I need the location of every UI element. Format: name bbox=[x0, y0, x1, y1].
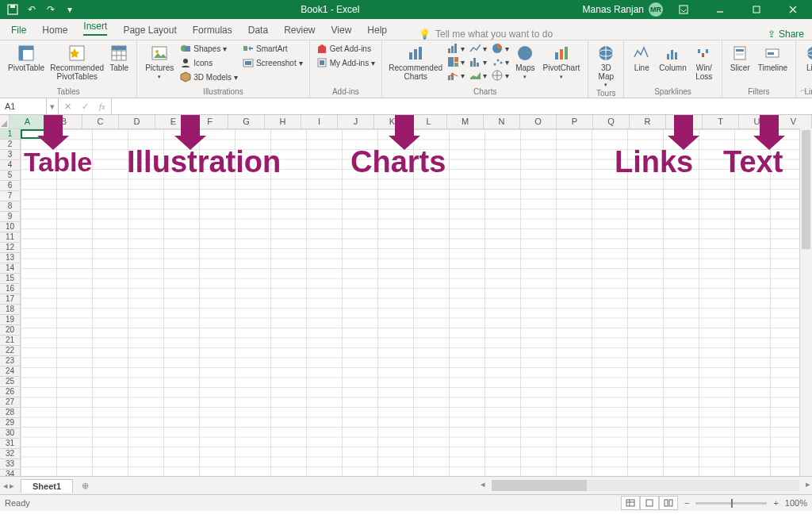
row-header[interactable]: 21 bbox=[0, 336, 20, 346]
tell-me-search[interactable]: 💡 Tell me what you want to do bbox=[419, 29, 553, 40]
tab-insert[interactable]: Insert bbox=[75, 17, 115, 40]
vertical-scrollbar[interactable] bbox=[799, 129, 812, 476]
row-header[interactable]: 18 bbox=[0, 305, 20, 315]
page-break-view-button[interactable] bbox=[659, 496, 678, 510]
my-addins-button[interactable]: My Add-ins ▾ bbox=[315, 56, 377, 69]
enter-formula-icon[interactable]: ✓ bbox=[76, 102, 94, 112]
column-chart-button[interactable]: ▾ bbox=[446, 42, 466, 55]
row-header[interactable]: 2 bbox=[0, 140, 20, 150]
column-header[interactable]: J bbox=[338, 115, 374, 129]
row-header[interactable]: 27 bbox=[0, 397, 20, 408]
recommended-pivottables-button[interactable]: Recommended PivotTables bbox=[49, 42, 105, 82]
sparkline-line-button[interactable]: Line bbox=[629, 42, 654, 75]
column-header[interactable]: I bbox=[301, 115, 338, 129]
row-header[interactable]: 1 bbox=[0, 129, 20, 140]
shapes-button[interactable]: Shapes ▾ bbox=[178, 42, 239, 55]
3d-map-button[interactable]: 3D Map▾ bbox=[593, 42, 619, 89]
pivottable-button[interactable]: PivotTable bbox=[5, 42, 48, 75]
zoom-slider[interactable] bbox=[695, 502, 767, 505]
tab-formulas[interactable]: Formulas bbox=[185, 21, 240, 40]
row-header[interactable]: 5 bbox=[0, 171, 20, 181]
zoom-in-icon[interactable]: + bbox=[773, 498, 778, 508]
timeline-button[interactable]: Timeline bbox=[755, 42, 791, 75]
row-header[interactable]: 34 bbox=[0, 470, 20, 476]
row-header[interactable]: 14 bbox=[0, 263, 20, 274]
minimize-icon[interactable] bbox=[704, 0, 736, 19]
row-header[interactable]: 11 bbox=[0, 232, 20, 243]
row-header[interactable]: 23 bbox=[0, 356, 20, 366]
maximize-icon[interactable] bbox=[741, 0, 772, 19]
row-header[interactable]: 25 bbox=[0, 377, 20, 387]
column-header[interactable]: L bbox=[411, 115, 447, 129]
user-avatar[interactable]: MR bbox=[649, 2, 663, 17]
column-header[interactable]: D bbox=[119, 115, 155, 129]
row-header[interactable]: 20 bbox=[0, 325, 20, 336]
scroll-left-icon[interactable]: ◂ bbox=[481, 479, 485, 489]
row-header[interactable]: 10 bbox=[0, 222, 20, 232]
column-header[interactable]: C bbox=[82, 115, 119, 129]
row-header[interactable]: 26 bbox=[0, 387, 20, 397]
redo-icon[interactable]: ↷ bbox=[43, 2, 59, 17]
row-header[interactable]: 9 bbox=[0, 212, 20, 222]
smartart-button[interactable]: SmartArt bbox=[241, 42, 304, 55]
column-header[interactable]: R bbox=[630, 115, 666, 129]
row-header[interactable]: 6 bbox=[0, 181, 20, 191]
get-addins-button[interactable]: Get Add-ins bbox=[315, 42, 377, 55]
tab-help[interactable]: Help bbox=[359, 21, 395, 40]
share-button[interactable]: ⇪ Share bbox=[768, 29, 804, 40]
fx-icon[interactable]: fx bbox=[94, 102, 111, 111]
page-layout-view-button[interactable] bbox=[640, 496, 659, 510]
scatter-chart-button[interactable]: ▾ bbox=[490, 56, 511, 68]
column-header[interactable]: Q bbox=[593, 115, 630, 129]
combo-chart-button[interactable]: ▾ bbox=[446, 69, 466, 82]
row-header[interactable]: 22 bbox=[0, 346, 20, 356]
row-header[interactable]: 17 bbox=[0, 294, 20, 305]
ribbon-options-icon[interactable] bbox=[668, 0, 699, 19]
row-header[interactable]: 8 bbox=[0, 201, 20, 212]
prev-sheet-icon[interactable]: ◂ bbox=[3, 481, 8, 491]
normal-view-button[interactable] bbox=[621, 496, 640, 510]
pie-chart-button[interactable]: ▾ bbox=[490, 42, 511, 55]
zoom-out-icon[interactable]: − bbox=[684, 498, 689, 508]
pivotchart-button[interactable]: PivotChart▾ bbox=[540, 42, 584, 81]
cancel-formula-icon[interactable]: ✕ bbox=[59, 102, 76, 112]
user-name[interactable]: Manas Ranjan bbox=[583, 4, 644, 15]
tab-review[interactable]: Review bbox=[276, 21, 323, 40]
row-header[interactable]: 28 bbox=[0, 408, 20, 418]
row-header[interactable]: 19 bbox=[0, 315, 20, 325]
column-header[interactable]: V bbox=[776, 115, 812, 129]
screenshot-button[interactable]: Screenshot ▾ bbox=[241, 56, 304, 69]
cells-area[interactable] bbox=[21, 129, 812, 476]
recommended-charts-button[interactable]: Recommended Charts bbox=[387, 42, 444, 82]
horizontal-scrollbar[interactable]: ◂ ▸ bbox=[492, 480, 799, 491]
link-button[interactable]: Link▾ bbox=[801, 42, 812, 81]
row-header[interactable]: 30 bbox=[0, 428, 20, 439]
save-icon[interactable] bbox=[5, 2, 21, 17]
name-box[interactable]: A1 bbox=[0, 98, 47, 114]
statistic-chart-button[interactable]: ▾ bbox=[468, 56, 488, 68]
row-header[interactable]: 33 bbox=[0, 459, 20, 470]
formula-input[interactable] bbox=[112, 98, 812, 114]
column-header[interactable]: T bbox=[703, 115, 739, 129]
column-header[interactable]: G bbox=[228, 115, 265, 129]
maps-button[interactable]: Maps▾ bbox=[512, 42, 538, 81]
undo-icon[interactable]: ↶ bbox=[24, 2, 40, 17]
column-header[interactable]: N bbox=[484, 115, 520, 129]
3d-models-button[interactable]: 3D Models ▾ bbox=[178, 71, 239, 83]
column-header[interactable]: A bbox=[10, 115, 46, 129]
table-button[interactable]: Table bbox=[106, 42, 132, 75]
scroll-right-icon[interactable]: ▸ bbox=[806, 479, 810, 489]
row-header[interactable]: 4 bbox=[0, 160, 20, 171]
new-sheet-button[interactable]: ⊕ bbox=[78, 478, 92, 493]
column-header[interactable]: O bbox=[520, 115, 557, 129]
row-header[interactable]: 3 bbox=[0, 150, 20, 160]
row-header[interactable]: 32 bbox=[0, 449, 20, 459]
tab-data[interactable]: Data bbox=[240, 21, 276, 40]
qat-customize-icon[interactable]: ▾ bbox=[62, 2, 78, 17]
collapse-ribbon-icon[interactable]: ︿ bbox=[799, 84, 807, 95]
surface-chart-button[interactable]: ▾ bbox=[468, 69, 488, 82]
tab-file[interactable]: File bbox=[3, 21, 34, 40]
column-header[interactable]: H bbox=[265, 115, 301, 129]
radar-chart-button[interactable]: ▾ bbox=[490, 69, 511, 82]
tab-view[interactable]: View bbox=[324, 21, 360, 40]
